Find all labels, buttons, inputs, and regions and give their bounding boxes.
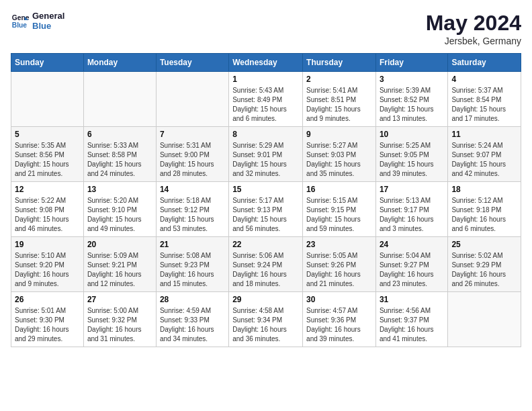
day-info: Sunrise: 5:13 AM Sunset: 9:17 PM Dayligh… [380, 196, 444, 234]
calendar-cell [448, 292, 521, 347]
calendar-cell: 28Sunrise: 4:59 AM Sunset: 9:33 PM Dayli… [156, 292, 228, 347]
day-header-sunday: Sunday [11, 54, 84, 72]
day-info: Sunrise: 5:25 AM Sunset: 9:05 PM Dayligh… [380, 141, 444, 179]
day-number: 24 [380, 240, 444, 249]
svg-text:Blue: Blue [12, 21, 28, 29]
calendar-cell [156, 72, 228, 127]
calendar-cell: 11Sunrise: 5:24 AM Sunset: 9:07 PM Dayli… [448, 127, 521, 182]
day-header-tuesday: Tuesday [156, 54, 228, 72]
calendar-week-2: 5Sunrise: 5:35 AM Sunset: 8:56 PM Daylig… [11, 127, 521, 182]
calendar-cell: 16Sunrise: 5:15 AM Sunset: 9:15 PM Dayli… [303, 182, 376, 237]
calendar-cell: 12Sunrise: 5:22 AM Sunset: 9:08 PM Dayli… [11, 182, 84, 237]
day-number: 21 [160, 240, 225, 249]
day-number: 22 [232, 240, 299, 249]
calendar-cell: 13Sunrise: 5:20 AM Sunset: 9:10 PM Dayli… [83, 182, 156, 237]
day-number: 5 [15, 130, 80, 139]
calendar-cell: 25Sunrise: 5:02 AM Sunset: 9:29 PM Dayli… [448, 237, 521, 292]
day-info: Sunrise: 4:56 AM Sunset: 9:37 PM Dayligh… [380, 306, 444, 344]
calendar-cell: 20Sunrise: 5:09 AM Sunset: 9:21 PM Dayli… [83, 237, 156, 292]
day-number: 18 [451, 185, 517, 194]
location-subtitle: Jersbek, Germany [426, 36, 521, 46]
day-number: 6 [87, 130, 152, 139]
calendar-week-5: 26Sunrise: 5:01 AM Sunset: 9:30 PM Dayli… [11, 292, 521, 347]
calendar-cell: 6Sunrise: 5:33 AM Sunset: 8:58 PM Daylig… [83, 127, 156, 182]
day-info: Sunrise: 5:18 AM Sunset: 9:12 PM Dayligh… [160, 196, 225, 234]
day-info: Sunrise: 5:33 AM Sunset: 8:58 PM Dayligh… [87, 141, 152, 179]
day-info: Sunrise: 5:10 AM Sunset: 9:20 PM Dayligh… [15, 251, 80, 289]
day-number: 26 [15, 295, 80, 304]
page-header: General Blue General Blue May 2024 Jersb… [11, 11, 521, 46]
day-number: 12 [15, 185, 80, 194]
day-number: 16 [306, 185, 372, 194]
calendar-table: SundayMondayTuesdayWednesdayThursdayFrid… [11, 53, 521, 347]
calendar-cell: 2Sunrise: 5:41 AM Sunset: 8:51 PM Daylig… [303, 72, 376, 127]
calendar-cell: 24Sunrise: 5:04 AM Sunset: 9:27 PM Dayli… [375, 237, 447, 292]
day-number: 15 [232, 185, 299, 194]
calendar-week-4: 19Sunrise: 5:10 AM Sunset: 9:20 PM Dayli… [11, 237, 521, 292]
day-number: 1 [232, 75, 299, 84]
day-header-friday: Friday [375, 54, 447, 72]
day-header-thursday: Thursday [303, 54, 376, 72]
day-info: Sunrise: 5:27 AM Sunset: 9:03 PM Dayligh… [306, 141, 372, 179]
calendar-cell: 9Sunrise: 5:27 AM Sunset: 9:03 PM Daylig… [303, 127, 376, 182]
day-info: Sunrise: 5:20 AM Sunset: 9:10 PM Dayligh… [87, 196, 152, 234]
day-info: Sunrise: 5:35 AM Sunset: 8:56 PM Dayligh… [15, 141, 80, 179]
day-info: Sunrise: 5:31 AM Sunset: 9:00 PM Dayligh… [160, 141, 225, 179]
day-number: 25 [451, 240, 517, 249]
day-number: 27 [87, 295, 152, 304]
day-info: Sunrise: 4:59 AM Sunset: 9:33 PM Dayligh… [160, 306, 225, 344]
calendar-cell: 3Sunrise: 5:39 AM Sunset: 8:52 PM Daylig… [375, 72, 447, 127]
day-header-monday: Monday [83, 54, 156, 72]
day-info: Sunrise: 4:58 AM Sunset: 9:34 PM Dayligh… [232, 306, 299, 344]
day-info: Sunrise: 5:04 AM Sunset: 9:27 PM Dayligh… [380, 251, 444, 289]
day-number: 14 [160, 185, 225, 194]
month-year-title: May 2024 [426, 11, 521, 36]
title-block: May 2024 Jersbek, Germany [426, 11, 521, 46]
day-info: Sunrise: 5:41 AM Sunset: 8:51 PM Dayligh… [306, 86, 372, 124]
day-number: 4 [451, 75, 517, 84]
day-number: 9 [306, 130, 372, 139]
calendar-cell: 10Sunrise: 5:25 AM Sunset: 9:05 PM Dayli… [375, 127, 447, 182]
calendar-cell: 1Sunrise: 5:43 AM Sunset: 8:49 PM Daylig… [229, 72, 303, 127]
day-info: Sunrise: 5:37 AM Sunset: 8:54 PM Dayligh… [451, 86, 517, 124]
day-number: 31 [380, 295, 444, 304]
day-info: Sunrise: 5:29 AM Sunset: 9:01 PM Dayligh… [232, 141, 299, 179]
calendar-cell: 31Sunrise: 4:56 AM Sunset: 9:37 PM Dayli… [375, 292, 447, 347]
calendar-cell: 17Sunrise: 5:13 AM Sunset: 9:17 PM Dayli… [375, 182, 447, 237]
day-number: 13 [87, 185, 152, 194]
day-info: Sunrise: 5:22 AM Sunset: 9:08 PM Dayligh… [15, 196, 80, 234]
day-number: 29 [232, 295, 299, 304]
calendar-header: SundayMondayTuesdayWednesdayThursdayFrid… [11, 54, 521, 72]
day-info: Sunrise: 5:24 AM Sunset: 9:07 PM Dayligh… [451, 141, 517, 179]
calendar-cell: 30Sunrise: 4:57 AM Sunset: 9:36 PM Dayli… [303, 292, 376, 347]
day-number: 3 [380, 75, 444, 84]
day-info: Sunrise: 5:15 AM Sunset: 9:15 PM Dayligh… [306, 196, 372, 234]
day-info: Sunrise: 5:08 AM Sunset: 9:23 PM Dayligh… [160, 251, 225, 289]
calendar-cell: 27Sunrise: 5:00 AM Sunset: 9:32 PM Dayli… [83, 292, 156, 347]
day-info: Sunrise: 5:05 AM Sunset: 9:26 PM Dayligh… [306, 251, 372, 289]
logo-text-line2: Blue [32, 21, 64, 31]
calendar-week-3: 12Sunrise: 5:22 AM Sunset: 9:08 PM Dayli… [11, 182, 521, 237]
calendar-cell: 21Sunrise: 5:08 AM Sunset: 9:23 PM Dayli… [156, 237, 228, 292]
day-info: Sunrise: 5:43 AM Sunset: 8:49 PM Dayligh… [232, 86, 299, 124]
day-number: 20 [87, 240, 152, 249]
calendar-cell: 14Sunrise: 5:18 AM Sunset: 9:12 PM Dayli… [156, 182, 228, 237]
day-number: 19 [15, 240, 80, 249]
day-number: 28 [160, 295, 225, 304]
day-info: Sunrise: 5:02 AM Sunset: 9:29 PM Dayligh… [451, 251, 517, 289]
day-info: Sunrise: 5:01 AM Sunset: 9:30 PM Dayligh… [15, 306, 80, 344]
calendar-body: 1Sunrise: 5:43 AM Sunset: 8:49 PM Daylig… [11, 72, 521, 347]
day-info: Sunrise: 5:17 AM Sunset: 9:13 PM Dayligh… [232, 196, 299, 234]
day-info: Sunrise: 5:00 AM Sunset: 9:32 PM Dayligh… [87, 306, 152, 344]
day-number: 23 [306, 240, 372, 249]
calendar-cell: 19Sunrise: 5:10 AM Sunset: 9:20 PM Dayli… [11, 237, 84, 292]
day-number: 2 [306, 75, 372, 84]
calendar-cell: 22Sunrise: 5:06 AM Sunset: 9:24 PM Dayli… [229, 237, 303, 292]
calendar-cell: 5Sunrise: 5:35 AM Sunset: 8:56 PM Daylig… [11, 127, 84, 182]
calendar-cell: 18Sunrise: 5:12 AM Sunset: 9:18 PM Dayli… [448, 182, 521, 237]
header-row: SundayMondayTuesdayWednesdayThursdayFrid… [11, 54, 521, 72]
logo-text-line1: General [32, 11, 64, 21]
logo-icon: General Blue [11, 11, 30, 30]
calendar-cell: 8Sunrise: 5:29 AM Sunset: 9:01 PM Daylig… [229, 127, 303, 182]
day-info: Sunrise: 5:09 AM Sunset: 9:21 PM Dayligh… [87, 251, 152, 289]
